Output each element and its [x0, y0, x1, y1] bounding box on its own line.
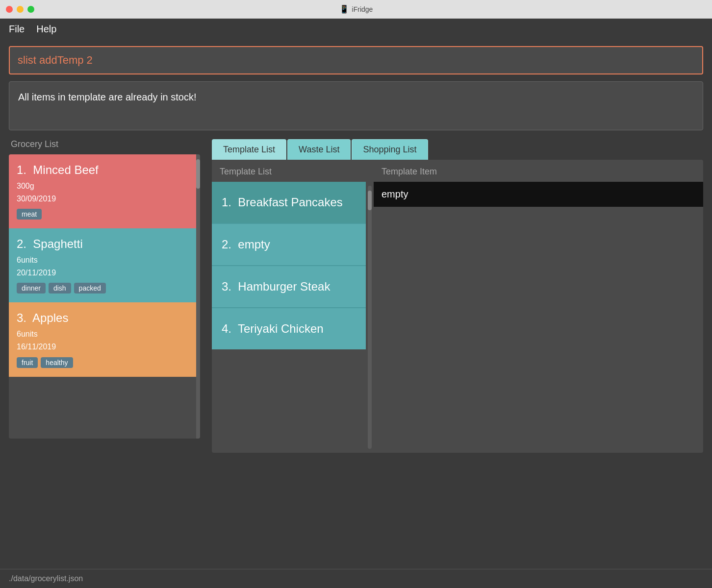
right-content: Template List 1. Breakfast Pancakes 2. e…	[212, 160, 703, 453]
close-button[interactable]	[6, 6, 13, 13]
grocery-list-container: 1. Minced Beef 300g 30/09/2019 meat 2. S…	[9, 154, 200, 439]
grocery-item-3-detail: 6units 16/11/2019	[17, 328, 188, 353]
titlebar: 📱 iFridge	[0, 0, 712, 19]
grocery-item-1-name: 1. Minced Beef	[17, 163, 188, 177]
tab-waste-list[interactable]: Waste List	[287, 139, 351, 160]
message-area: All items in template are already in sto…	[9, 81, 703, 130]
tag-meat: meat	[17, 209, 42, 220]
grocery-item-2-detail: 6units 20/11/2019	[17, 254, 188, 279]
grocery-item-3-tags: fruit healthy	[17, 357, 188, 368]
template-item-3[interactable]: 3. Hamburger Steak	[212, 266, 366, 308]
grocery-scrollbar-thumb[interactable]	[196, 159, 200, 189]
template-items: 1. Breakfast Pancakes 2. empty 3. Hambur…	[212, 182, 366, 453]
grocery-panel: Grocery List 1. Minced Beef 300g 30/09/2…	[9, 139, 200, 453]
menu-file[interactable]: File	[9, 24, 25, 35]
tag-packed: packed	[74, 283, 106, 294]
template-list-panel: Template List 1. Breakfast Pancakes 2. e…	[212, 160, 374, 453]
menubar: File Help	[0, 19, 712, 39]
template-scrollbar-thumb[interactable]	[368, 191, 372, 210]
minimize-button[interactable]	[17, 6, 24, 13]
tab-shopping-list[interactable]: Shopping List	[352, 139, 428, 160]
app-title: 📱 iFridge	[339, 4, 373, 14]
grocery-item-1-detail: 300g 30/09/2019	[17, 180, 188, 205]
template-item-header: Template Item	[374, 160, 703, 182]
template-item-4-text: 4. Teriyaki Chicken	[222, 322, 324, 335]
grocery-item-2[interactable]: 2. Spaghetti 6units 20/11/2019 dinner di…	[9, 228, 196, 302]
tag-fruit: fruit	[17, 357, 38, 368]
grocery-scrollbar[interactable]	[196, 154, 200, 439]
template-item-3-text: 3. Hamburger Steak	[222, 280, 330, 293]
tag-dish: dish	[49, 283, 71, 294]
template-item-1-text: 1. Breakfast Pancakes	[222, 196, 343, 209]
command-input[interactable]	[9, 46, 703, 74]
tag-healthy: healthy	[41, 357, 73, 368]
template-item-detail-panel: Template Item empty	[374, 160, 703, 453]
template-list-title: Template List	[212, 160, 374, 182]
tag-dinner: dinner	[17, 283, 46, 294]
template-item-2[interactable]: 2. empty	[212, 224, 366, 266]
grocery-panel-title: Grocery List	[9, 139, 200, 149]
template-items-container: 1. Breakfast Pancakes 2. empty 3. Hambur…	[212, 182, 374, 453]
template-scrollbar[interactable]	[368, 186, 372, 449]
grocery-item-2-tags: dinner dish packed	[17, 283, 188, 294]
tabs-row: Template List Waste List Shopping List	[212, 139, 703, 160]
grocery-item-3-name: 3. Apples	[17, 311, 188, 325]
template-item-1[interactable]: 1. Breakfast Pancakes	[212, 182, 366, 224]
statusbar: ./data/grocerylist.json	[0, 569, 712, 588]
grocery-items: 1. Minced Beef 300g 30/09/2019 meat 2. S…	[9, 154, 196, 439]
right-panel: Template List Waste List Shopping List T…	[212, 139, 703, 453]
menu-help[interactable]: Help	[36, 24, 56, 35]
grocery-item-2-name: 2. Spaghetti	[17, 237, 188, 251]
message-text: All items in template are already in sto…	[18, 92, 197, 102]
app-icon: 📱	[339, 4, 349, 14]
grocery-item-1[interactable]: 1. Minced Beef 300g 30/09/2019 meat	[9, 154, 196, 228]
tab-template-list[interactable]: Template List	[212, 139, 286, 160]
template-item-value: empty	[374, 182, 703, 207]
statusbar-text: ./data/grocerylist.json	[9, 574, 83, 583]
main-content: Grocery List 1. Minced Beef 300g 30/09/2…	[0, 139, 712, 453]
template-item-2-text: 2. empty	[222, 238, 270, 251]
command-area	[0, 39, 712, 81]
window-controls	[6, 6, 34, 13]
template-item-4[interactable]: 4. Teriyaki Chicken	[212, 308, 366, 349]
grocery-item-1-tags: meat	[17, 209, 188, 220]
app-title-text: iFridge	[352, 5, 373, 13]
grocery-item-3[interactable]: 3. Apples 6units 16/11/2019 fruit health…	[9, 302, 196, 376]
maximize-button[interactable]	[27, 6, 34, 13]
